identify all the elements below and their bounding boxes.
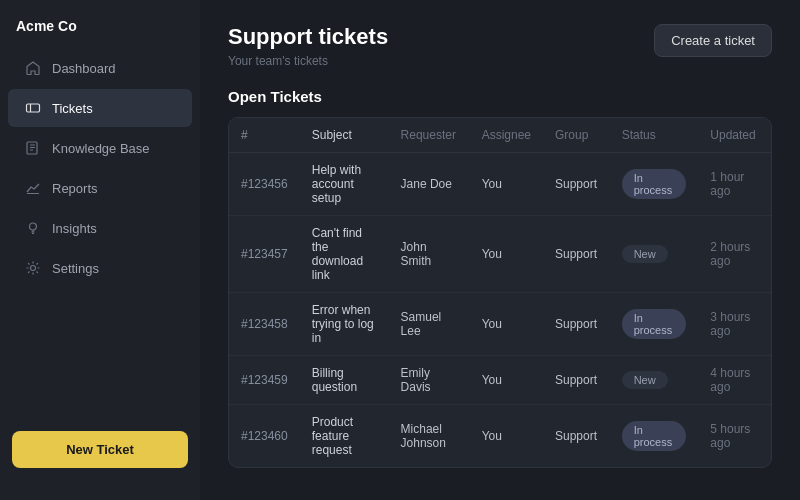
cell-group: Support <box>543 293 610 356</box>
sidebar-item-dashboard[interactable]: Dashboard <box>8 49 192 87</box>
svg-point-11 <box>31 266 36 271</box>
table-row[interactable]: #123457 Can't find the download link Joh… <box>229 216 771 293</box>
table-header-row: # Subject Requester Assignee Group Statu… <box>229 118 771 153</box>
cell-id: #123460 <box>229 405 300 468</box>
cell-subject: Can't find the download link <box>300 216 389 293</box>
sidebar-item-knowledge-base[interactable]: Knowledge Base <box>8 129 192 167</box>
sidebar: Acme Co Dashboard Tickets <box>0 0 200 500</box>
sidebar-item-tickets[interactable]: Tickets <box>8 89 192 127</box>
sidebar-label-settings: Settings <box>52 261 99 276</box>
svg-point-7 <box>30 223 37 230</box>
sidebar-item-settings[interactable]: Settings <box>8 249 192 287</box>
cell-status: New <box>610 216 699 293</box>
sidebar-label-dashboard: Dashboard <box>52 61 116 76</box>
cell-id: #123459 <box>229 356 300 405</box>
cell-updated: 3 hours ago <box>698 293 771 356</box>
main-content: Support tickets Your team's tickets Crea… <box>200 0 800 500</box>
cell-subject: Error when trying to log in <box>300 293 389 356</box>
status-badge: In process <box>622 309 687 339</box>
status-badge: In process <box>622 169 687 199</box>
section-title: Open Tickets <box>228 88 772 105</box>
cell-group: Support <box>543 153 610 216</box>
table-row[interactable]: #123459 Billing question Emily Davis You… <box>229 356 771 405</box>
svg-rect-0 <box>27 104 40 112</box>
col-header-id: # <box>229 118 300 153</box>
cell-requester: Michael Johnson <box>389 405 470 468</box>
table-row[interactable]: #123456 Help with account setup Jane Doe… <box>229 153 771 216</box>
cell-assignee: You <box>470 356 543 405</box>
table-row[interactable]: #123458 Error when trying to log in Samu… <box>229 293 771 356</box>
cell-assignee: You <box>470 153 543 216</box>
cell-id: #123458 <box>229 293 300 356</box>
sidebar-label-tickets: Tickets <box>52 101 93 116</box>
cell-status: In process <box>610 293 699 356</box>
sidebar-label-insights: Insights <box>52 221 97 236</box>
new-ticket-button[interactable]: New Ticket <box>12 431 188 468</box>
cell-requester: Emily Davis <box>389 356 470 405</box>
book-icon <box>24 139 42 157</box>
col-header-assignee: Assignee <box>470 118 543 153</box>
cell-id: #123456 <box>229 153 300 216</box>
cell-subject: Help with account setup <box>300 153 389 216</box>
sidebar-footer: New Ticket <box>0 419 200 480</box>
col-header-subject: Subject <box>300 118 389 153</box>
cell-id: #123457 <box>229 216 300 293</box>
page-title: Support tickets <box>228 24 388 50</box>
tickets-table: # Subject Requester Assignee Group Statu… <box>229 118 771 467</box>
sidebar-label-reports: Reports <box>52 181 98 196</box>
tickets-table-wrapper: # Subject Requester Assignee Group Statu… <box>228 117 772 468</box>
cell-updated: 5 hours ago <box>698 405 771 468</box>
gear-icon <box>24 259 42 277</box>
ticket-icon <box>24 99 42 117</box>
col-header-requester: Requester <box>389 118 470 153</box>
main-header: Support tickets Your team's tickets Crea… <box>228 24 772 68</box>
status-badge: New <box>622 245 668 263</box>
cell-group: Support <box>543 405 610 468</box>
chart-icon <box>24 179 42 197</box>
cell-updated: 4 hours ago <box>698 356 771 405</box>
col-header-updated: Updated <box>698 118 771 153</box>
header-text: Support tickets Your team's tickets <box>228 24 388 68</box>
cell-requester: John Smith <box>389 216 470 293</box>
lightbulb-icon <box>24 219 42 237</box>
page-subtitle: Your team's tickets <box>228 54 388 68</box>
cell-status: New <box>610 356 699 405</box>
sidebar-label-knowledge-base: Knowledge Base <box>52 141 150 156</box>
cell-assignee: You <box>470 216 543 293</box>
sidebar-item-reports[interactable]: Reports <box>8 169 192 207</box>
cell-updated: 2 hours ago <box>698 216 771 293</box>
cell-subject: Product feature request <box>300 405 389 468</box>
cell-status: In process <box>610 153 699 216</box>
sidebar-nav: Dashboard Tickets Knowledge Base <box>0 48 200 419</box>
create-ticket-button[interactable]: Create a ticket <box>654 24 772 57</box>
company-logo: Acme Co <box>0 0 200 48</box>
cell-status: In process <box>610 405 699 468</box>
cell-subject: Billing question <box>300 356 389 405</box>
col-header-status: Status <box>610 118 699 153</box>
cell-requester: Samuel Lee <box>389 293 470 356</box>
sidebar-item-insights[interactable]: Insights <box>8 209 192 247</box>
cell-assignee: You <box>470 405 543 468</box>
status-badge: New <box>622 371 668 389</box>
cell-assignee: You <box>470 293 543 356</box>
table-row[interactable]: #123460 Product feature request Michael … <box>229 405 771 468</box>
cell-group: Support <box>543 356 610 405</box>
col-header-group: Group <box>543 118 610 153</box>
house-icon <box>24 59 42 77</box>
cell-requester: Jane Doe <box>389 153 470 216</box>
status-badge: In process <box>622 421 687 451</box>
cell-group: Support <box>543 216 610 293</box>
cell-updated: 1 hour ago <box>698 153 771 216</box>
